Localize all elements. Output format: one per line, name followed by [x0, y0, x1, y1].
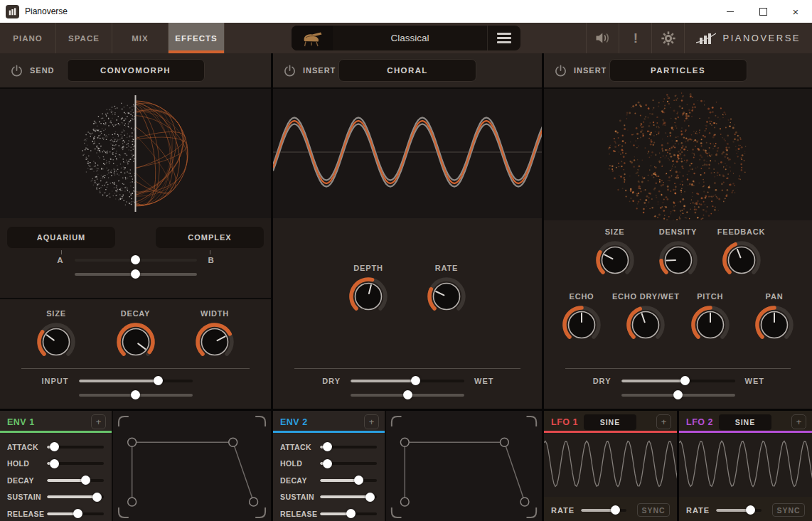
- slider-track[interactable]: [79, 380, 193, 382]
- slider-thumb[interactable]: [680, 376, 690, 385]
- density-knob[interactable]: [658, 240, 699, 281]
- lfo2-sync-button[interactable]: SYNC: [772, 503, 805, 517]
- morph-slider[interactable]: [75, 255, 197, 264]
- decay-knob[interactable]: [115, 321, 156, 362]
- lfo1-add-button[interactable]: +: [656, 414, 671, 429]
- choral-selector[interactable]: CHORAL: [338, 59, 476, 82]
- slider-thumb[interactable]: [611, 505, 620, 515]
- speaker-icon: [594, 31, 611, 45]
- drywet-slider[interactable]: [621, 376, 735, 385]
- slider-thumb[interactable]: [323, 442, 332, 451]
- ir-a-button[interactable]: AQUARIUM: [7, 227, 115, 248]
- hold-slider[interactable]: [47, 459, 104, 468]
- slider-thumb[interactable]: [92, 493, 102, 502]
- env2-add-button[interactable]: +: [364, 414, 379, 429]
- size-knob[interactable]: [594, 240, 636, 281]
- tab-effects[interactable]: EFFECTS: [169, 23, 225, 53]
- lfo1-shape-selector[interactable]: SINE: [584, 414, 636, 430]
- slider-thumb[interactable]: [403, 390, 412, 399]
- minimize-button[interactable]: [714, 0, 747, 23]
- slider-thumb[interactable]: [154, 376, 163, 385]
- env1-header: ENV 1 +: [0, 411, 112, 433]
- convomorph-enable[interactable]: SEND: [10, 64, 55, 77]
- lfo1-rate-slider[interactable]: [581, 505, 626, 515]
- rate-knob[interactable]: [426, 276, 467, 317]
- input-slider[interactable]: [79, 376, 193, 385]
- slider-track[interactable]: [621, 380, 735, 382]
- env1-add-button[interactable]: +: [91, 414, 106, 429]
- attack-slider[interactable]: [47, 442, 104, 451]
- slider-thumb[interactable]: [365, 493, 375, 502]
- preset-menu-button[interactable]: [488, 26, 520, 50]
- slider-thumb[interactable]: [50, 442, 59, 451]
- alert-button[interactable]: !: [619, 23, 651, 53]
- settings-button[interactable]: [651, 23, 684, 53]
- echo-drywet-knob[interactable]: [625, 304, 666, 345]
- size-knob[interactable]: [36, 321, 77, 362]
- drywet-fine-slider[interactable]: [351, 390, 464, 399]
- feedback-knob[interactable]: [721, 240, 762, 281]
- lfo1-sync-button[interactable]: SYNC: [637, 503, 670, 517]
- drywet-slider[interactable]: [351, 376, 464, 385]
- slider-track[interactable]: [351, 380, 464, 382]
- slider-thumb[interactable]: [411, 376, 420, 385]
- env1-title: ENV 1: [7, 417, 35, 427]
- slider-thumb[interactable]: [323, 459, 332, 468]
- echo-knob[interactable]: [561, 304, 602, 345]
- release-slider[interactable]: [47, 509, 104, 518]
- slider-thumb[interactable]: [81, 476, 90, 485]
- particles-cloud-viz: [544, 89, 812, 220]
- tab-space[interactable]: SPACE: [56, 23, 112, 53]
- lfo2-add-button[interactable]: +: [791, 414, 806, 429]
- particles-selector[interactable]: PARTICLES: [609, 59, 747, 82]
- close-button[interactable]: ×: [779, 0, 812, 23]
- slider-thumb[interactable]: [354, 476, 363, 485]
- lfo2-rate-slider[interactable]: [716, 505, 762, 515]
- depth-knob[interactable]: [348, 276, 389, 317]
- pitch-knob[interactable]: [690, 304, 731, 345]
- tab-mix[interactable]: MIX: [112, 23, 169, 53]
- sustain-slider[interactable]: [320, 493, 377, 502]
- slider-thumb[interactable]: [746, 505, 755, 515]
- drywet-fine-slider[interactable]: [621, 390, 735, 399]
- choral-panel: INSERT CHORAL DEPTH RATE: [271, 53, 542, 409]
- slider-track[interactable]: [320, 479, 377, 482]
- window-title: Pianoverse: [25, 6, 68, 16]
- slider-thumb[interactable]: [131, 390, 140, 399]
- decay-slider[interactable]: [320, 476, 377, 485]
- hold-slider[interactable]: [320, 459, 377, 468]
- lfo1-footer: RATE SYNC: [544, 497, 677, 521]
- maximize-button[interactable]: [747, 0, 779, 23]
- release-slider[interactable]: [320, 509, 377, 518]
- morph-fine-slider[interactable]: [75, 269, 197, 279]
- decay-slider[interactable]: [47, 476, 104, 485]
- volume-button[interactable]: [586, 23, 619, 53]
- ir-b-button[interactable]: COMPLEX: [156, 227, 264, 248]
- slider-thumb[interactable]: [73, 509, 82, 518]
- slot-label: INSERT: [574, 66, 607, 75]
- particles-enable[interactable]: INSERT: [554, 64, 607, 77]
- input-fine-slider[interactable]: [79, 390, 193, 399]
- lfo2-shape-selector[interactable]: SINE: [719, 414, 771, 430]
- env2-graph[interactable]: [385, 411, 542, 521]
- convomorph-selector[interactable]: CONVOMORPH: [67, 59, 205, 82]
- choral-enable[interactable]: INSERT: [283, 64, 336, 77]
- knob-label: PITCH: [697, 292, 723, 301]
- slider-track[interactable]: [47, 479, 104, 482]
- tab-piano[interactable]: PIANO: [0, 23, 56, 53]
- pan-knob[interactable]: [754, 304, 795, 345]
- dry-label: DRY: [308, 377, 341, 385]
- slider-thumb[interactable]: [131, 269, 140, 279]
- slider-thumb[interactable]: [131, 255, 140, 264]
- lfo2-waveform: [679, 433, 812, 497]
- sustain-slider[interactable]: [47, 493, 104, 502]
- attack-slider[interactable]: [320, 442, 377, 451]
- morph-ticks: [0, 250, 271, 254]
- env1-graph[interactable]: [112, 411, 271, 521]
- slider-thumb[interactable]: [673, 390, 683, 399]
- slider-thumb[interactable]: [346, 509, 356, 518]
- preset-selector[interactable]: Classical: [292, 26, 520, 50]
- maximize-icon: [759, 8, 767, 16]
- slider-thumb[interactable]: [50, 459, 59, 468]
- width-knob[interactable]: [194, 321, 235, 362]
